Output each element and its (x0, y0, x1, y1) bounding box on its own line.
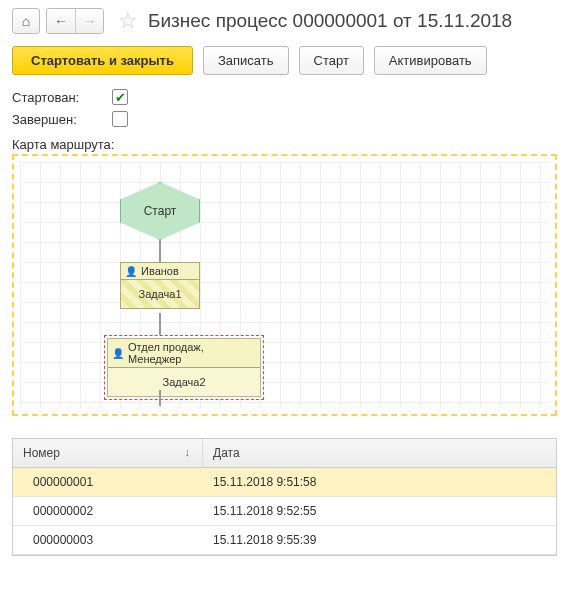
route-start-node[interactable]: Старт (120, 182, 200, 240)
route-map[interactable]: Старт 👤 Иванов Задача1 👤 Отдел продаж, М… (12, 154, 557, 416)
column-number-header[interactable]: Номер ↓ (13, 439, 203, 467)
route-task1-assignee: Иванов (141, 265, 179, 277)
sort-down-icon: ↓ (185, 446, 191, 458)
home-icon: ⌂ (22, 13, 30, 29)
route-edge (159, 390, 161, 406)
table-header: Номер ↓ Дата (13, 439, 556, 468)
route-task1-name: Задача1 (121, 280, 199, 308)
check-icon: ✔ (115, 90, 126, 105)
route-task2-selection: 👤 Отдел продаж, Менеджер Задача2 (104, 335, 264, 400)
back-button[interactable]: ← (47, 9, 75, 33)
arrow-right-icon: → (83, 13, 97, 29)
table-row[interactable]: 000000002 15.11.2018 9:52:55 (13, 497, 556, 526)
activate-button[interactable]: Активировать (374, 46, 487, 75)
cell-number: 000000003 (13, 526, 203, 554)
route-edge (159, 240, 161, 262)
route-start-label: Старт (144, 204, 177, 218)
column-date-header[interactable]: Дата (203, 439, 556, 467)
process-table: Номер ↓ Дата 000000001 15.11.2018 9:51:5… (12, 438, 557, 556)
user-icon: 👤 (125, 266, 137, 277)
finished-label: Завершен: (12, 112, 112, 127)
cell-date: 15.11.2018 9:55:39 (203, 526, 556, 554)
start-and-close-button[interactable]: Стартовать и закрыть (12, 46, 193, 75)
route-task2-node[interactable]: 👤 Отдел продаж, Менеджер Задача2 (107, 338, 261, 397)
cell-number: 000000001 (13, 468, 203, 496)
route-edge (159, 313, 161, 335)
route-task1-node[interactable]: 👤 Иванов Задача1 (120, 262, 200, 309)
cell-date: 15.11.2018 9:51:58 (203, 468, 556, 496)
column-number-label: Номер (23, 446, 60, 460)
route-task1-header: 👤 Иванов (121, 263, 199, 280)
route-map-label: Карта маршрута: (12, 137, 557, 152)
home-button[interactable]: ⌂ (12, 8, 40, 34)
cell-date: 15.11.2018 9:52:55 (203, 497, 556, 525)
column-date-label: Дата (213, 446, 240, 460)
table-row[interactable]: 000000001 15.11.2018 9:51:58 (13, 468, 556, 497)
started-label: Стартован: (12, 90, 112, 105)
start-button[interactable]: Старт (299, 46, 364, 75)
route-task2-assignee: Отдел продаж, Менеджер (128, 341, 256, 365)
route-task2-header: 👤 Отдел продаж, Менеджер (108, 339, 260, 368)
started-checkbox[interactable]: ✔ (112, 89, 128, 105)
forward-button[interactable]: → (75, 9, 103, 33)
route-task2-name: Задача2 (108, 368, 260, 396)
arrow-left-icon: ← (54, 13, 68, 29)
favorite-star-icon[interactable]: ☆ (118, 8, 138, 34)
finished-checkbox[interactable] (112, 111, 128, 127)
nav-group: ← → (46, 8, 104, 34)
write-button[interactable]: Записать (203, 46, 289, 75)
cell-number: 000000002 (13, 497, 203, 525)
table-row[interactable]: 000000003 15.11.2018 9:55:39 (13, 526, 556, 555)
page-title: Бизнес процесс 000000001 от 15.11.2018 (148, 10, 512, 32)
user-icon: 👤 (112, 348, 124, 359)
